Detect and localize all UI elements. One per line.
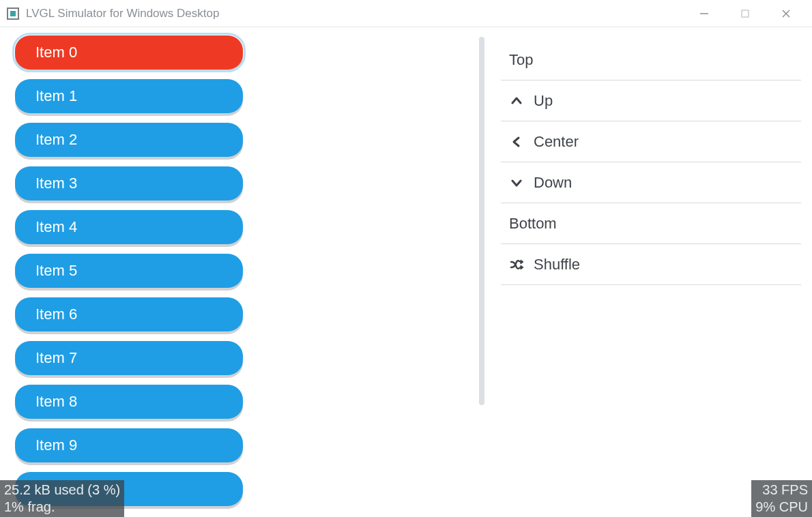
memory-overlay: 25.2 kB used (3 %) 1% frag.: [0, 480, 124, 517]
action-shuffle[interactable]: Shuffle: [501, 244, 801, 285]
minimize-button[interactable]: [684, 0, 725, 27]
actions-panel: Top Up Center Down: [497, 33, 805, 512]
chevron-down-icon: [509, 175, 524, 190]
list-item-label: Item 6: [35, 306, 77, 323]
list-item-label: Item 0: [35, 44, 77, 61]
shuffle-icon: [509, 257, 524, 272]
action-label: Center: [534, 133, 579, 151]
action-up[interactable]: Up: [501, 80, 801, 121]
action-label: Shuffle: [534, 256, 580, 274]
action-label: Down: [534, 174, 572, 192]
action-label: Top: [509, 51, 533, 69]
chevron-left-icon: [509, 134, 524, 149]
list-item[interactable]: Item 3: [15, 166, 243, 201]
svg-marker-5: [521, 265, 523, 269]
svg-marker-4: [521, 260, 523, 264]
list-item[interactable]: Item 1: [15, 79, 243, 113]
close-button[interactable]: [766, 0, 807, 27]
window-titlebar: LVGL Simulator for Windows Desktop: [0, 0, 812, 27]
list-item-label: Item 3: [35, 175, 77, 192]
list-item-label: Item 1: [35, 87, 77, 105]
action-label: Up: [534, 92, 553, 110]
list-item-label: Item 7: [35, 349, 77, 367]
list-item[interactable]: Item 5: [15, 254, 243, 288]
window-title: LVGL Simulator for Windows Desktop: [26, 7, 219, 20]
fps-line: 33 FPS: [755, 482, 808, 499]
list-item[interactable]: Item 2: [15, 123, 243, 157]
action-top[interactable]: Top: [501, 40, 801, 80]
list-item-label: Item 9: [35, 437, 77, 454]
list-item-label: Item 5: [35, 262, 77, 280]
chevron-up-icon: [509, 93, 524, 108]
action-label: Bottom: [509, 215, 557, 233]
list-item-label: Item 4: [35, 218, 77, 236]
svg-rect-1: [742, 10, 749, 17]
action-bottom[interactable]: Bottom: [501, 203, 801, 244]
memory-line-1: 25.2 kB used (3 %): [4, 482, 120, 499]
perf-overlay: 33 FPS 9% CPU: [751, 480, 812, 517]
list-item[interactable]: Item 8: [15, 385, 243, 419]
list-item[interactable]: Item 0: [15, 35, 243, 70]
maximize-button[interactable]: [725, 0, 766, 27]
list-item-label: Item 2: [35, 131, 77, 149]
item-list-panel: Item 0 Item 1 Item 2 Item 3 Item 4 Item …: [7, 33, 486, 512]
item-list[interactable]: Item 0 Item 1 Item 2 Item 3 Item 4 Item …: [7, 33, 486, 512]
memory-line-2: 1% frag.: [4, 499, 120, 516]
list-item[interactable]: Item 7: [15, 341, 243, 375]
list-item[interactable]: Item 9: [15, 428, 243, 462]
list-item[interactable]: Item 4: [15, 210, 243, 244]
action-center[interactable]: Center: [501, 121, 801, 162]
action-down[interactable]: Down: [501, 162, 801, 203]
client-area: Item 0 Item 1 Item 2 Item 3 Item 4 Item …: [0, 27, 812, 517]
list-item-label: Item 8: [35, 393, 77, 411]
list-item[interactable]: Item 6: [15, 297, 243, 331]
cpu-line: 9% CPU: [755, 499, 808, 516]
app-icon: [7, 8, 19, 20]
scrollbar-vertical[interactable]: [479, 37, 484, 405]
